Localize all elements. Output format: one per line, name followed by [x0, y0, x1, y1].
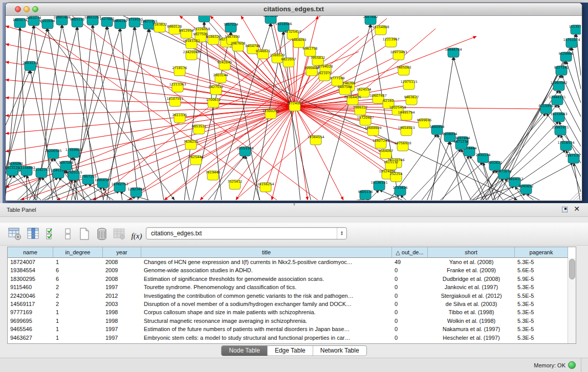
table-row[interactable]: 1872400712008Changes of HCN gene express… [8, 258, 576, 266]
table-scrollbar[interactable] [568, 258, 576, 343]
network-node-label: 7857224 [224, 23, 238, 27]
cell-name: 14569117 [8, 300, 53, 308]
network-node-label: 16648784 [445, 48, 462, 52]
table-panel-title: Table Panel [7, 207, 36, 213]
network-node-label: 8860128 [167, 25, 182, 29]
table-row[interactable]: 946554611997Estimation of the future num… [8, 325, 576, 333]
network-node-label: 17359928 [65, 148, 82, 152]
select-all-icon [45, 227, 58, 240]
table-options-button[interactable] [7, 226, 23, 242]
cell-name: 9463627 [8, 334, 53, 342]
network-node-label: 8145061 [9, 162, 24, 166]
cell-out_degree: 0 [392, 283, 428, 291]
network-node-label: 7525412 [228, 180, 243, 184]
network-node-label: 19136141 [371, 181, 387, 185]
cell-short: Nakamura et al. (1997) [428, 325, 515, 333]
table-row[interactable]: 2242004622012Investigating the contribut… [8, 292, 576, 300]
table-row[interactable]: 1456911722003Disruption of a novel membe… [8, 300, 576, 308]
network-node-label: 1700612 [206, 98, 221, 102]
network-node-label: 8813054 [264, 16, 278, 18]
cell-name: 18724007 [8, 258, 53, 266]
cell-in_degree: 2 [53, 300, 103, 308]
new-table-button[interactable] [77, 226, 92, 242]
network-node[interactable] [199, 16, 210, 22]
network-node-label: 7619448 [206, 170, 221, 174]
network-window-titlebar[interactable]: citations_edges.txt [6, 3, 582, 16]
cell-short: Hescheler et al. (1997) [428, 334, 515, 342]
network-node-label: 12213967 [382, 37, 399, 41]
select-column-button[interactable] [26, 226, 41, 242]
column-header-title[interactable]: title [141, 247, 392, 258]
close-panel-button[interactable]: ✕ [574, 205, 580, 213]
network-node-label: 16782753 [111, 182, 128, 186]
table-row[interactable]: 946362711997Embryonic stem cells: a mode… [8, 334, 576, 342]
delete-button[interactable] [94, 226, 110, 242]
cell-in_degree: 1 [53, 258, 103, 266]
column-header-short[interactable]: short [428, 247, 515, 258]
network-node-label: 23420046 [183, 50, 200, 54]
deselect-all-button[interactable] [60, 226, 76, 242]
table-row[interactable]: 911546021997Tourette syndrome. Phenomeno… [8, 283, 576, 291]
cell-in_degree: 1 [53, 334, 103, 342]
table-row[interactable]: 1830029562008Estimation of significance … [8, 275, 576, 283]
network-node-label: 8938934 [443, 132, 458, 136]
cell-name: 19384554 [8, 266, 53, 274]
new-file-icon [78, 227, 91, 240]
network-node-label: 20206505 [45, 149, 61, 153]
network-window: citations_edges.txt 14055712053174810354… [5, 3, 582, 201]
deselect-all-icon [61, 227, 75, 240]
column-header-pagerank[interactable]: pagerank [515, 247, 568, 258]
network-node-label: 6794028 [318, 64, 333, 69]
network-node-label: 18300295 [262, 109, 279, 113]
column-header-year[interactable]: year [103, 247, 141, 258]
tab-network-table[interactable]: Network Table [313, 346, 366, 356]
network-canvas[interactable]: 1405571205317481035442089140696051351065… [6, 16, 581, 200]
network-node-label: 20364436 [344, 95, 361, 99]
trash-icon [95, 227, 108, 240]
function-builder-button[interactable]: f(x) [128, 228, 145, 244]
scrollbar-thumb[interactable] [569, 259, 575, 279]
network-node-label: 8454749 [246, 44, 260, 48]
cell-in_degree: 1 [53, 317, 103, 325]
panel-splitter-handle[interactable]: ▲▼ [291, 202, 298, 206]
table-row[interactable]: 977716911998Corpus callosum shape and si… [8, 308, 576, 316]
cell-pagerank: 5.3E-5 [515, 308, 568, 316]
cell-year: 1998 [103, 308, 141, 316]
network-node-label: 9699695 [417, 118, 432, 122]
network-node-label: 15992971 [552, 125, 569, 129]
cell-name: 9699695 [8, 317, 53, 325]
table-row[interactable]: 1938455462009Genome-wide association stu… [8, 266, 576, 274]
network-node-label: 9605136 [358, 190, 373, 194]
network-node-label: 9584067 [379, 149, 394, 153]
network-node-label: 1621077 [317, 71, 332, 75]
table-selector-dropdown[interactable]: citations_edges.txt ▲▼ [146, 227, 347, 239]
network-node-label: 10025458 [389, 105, 406, 110]
cell-in_degree: 6 [53, 275, 103, 283]
delete-table-button[interactable] [112, 226, 127, 242]
cell-pagerank: 5.3E-5 [515, 283, 568, 291]
cell-pagerank: 5.3E-5 [515, 334, 568, 342]
column-header-in_degree[interactable]: in_degree [53, 247, 103, 258]
cell-name: 9777169 [8, 308, 53, 316]
table-column-icon [27, 227, 40, 240]
table-panel: ▲▼ Table Panel ✕ [0, 203, 588, 372]
network-node-label: 19384554 [307, 135, 324, 139]
tab-node-table[interactable]: Node Table [222, 346, 268, 356]
network-view[interactable]: 1405571205317481035442089140696051351065… [6, 16, 581, 200]
dropdown-stepper-icon: ▲▼ [337, 228, 346, 239]
cell-pagerank: 5.6E-5 [515, 266, 568, 274]
select-all-button[interactable] [44, 226, 59, 242]
network-node-label: 2803144 [213, 73, 228, 77]
network-node-label: 1864093 [292, 38, 307, 42]
cell-pagerank: 5.3E-5 [515, 258, 568, 266]
tab-edge-table[interactable]: Edge Table [268, 346, 313, 356]
float-panel-button[interactable] [562, 207, 568, 212]
column-header-name[interactable]: name [8, 247, 53, 258]
network-node-label: 9242845 [217, 60, 232, 64]
memory-status-indicator[interactable] [568, 361, 576, 369]
table-row[interactable]: 969969511998Structural magnetic resonanc… [8, 317, 576, 325]
column-header-out_degree[interactable]: △ out_de... [392, 247, 428, 258]
network-node-label: 7485063 [397, 65, 411, 70]
network-node-label: 10654112 [506, 177, 523, 181]
cell-out_degree: 0 [392, 292, 428, 300]
